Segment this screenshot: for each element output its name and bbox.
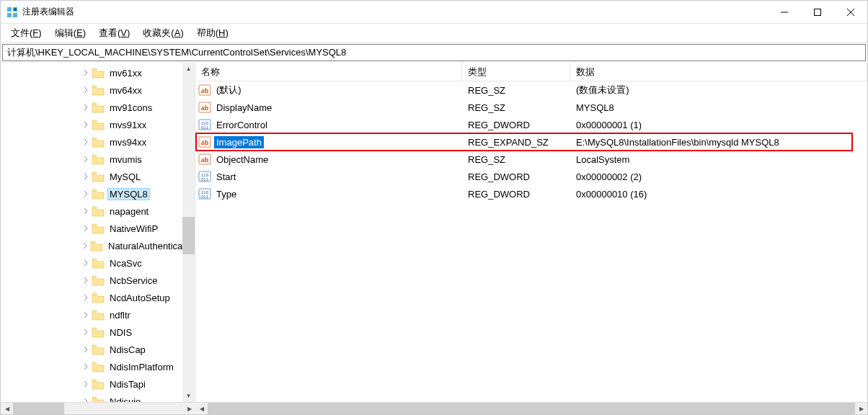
svg-text:011: 011 [201,177,209,182]
folder-icon [92,102,105,113]
expander-icon[interactable] [81,207,90,215]
value-name: Start [214,171,238,183]
expander-icon[interactable] [81,397,90,402]
tree-item[interactable]: NdisTapi [1,375,195,393]
scroll-track[interactable] [208,403,855,414]
app-icon [6,6,18,18]
scroll-left-icon[interactable]: ◀ [195,403,208,415]
svg-text:ab: ab [201,87,209,94]
tree-item-label: NdisTapi [107,378,148,391]
registry-value-row[interactable]: 110011TypeREG_DWORD0x00000010 (16) [195,185,867,202]
expander-icon[interactable] [81,328,90,336]
tree-item[interactable]: NcbService [1,272,195,289]
expander-icon[interactable] [81,86,90,94]
address-bar[interactable]: 计算机\HKEY_LOCAL_MACHINE\SYSTEM\CurrentCon… [2,44,866,61]
address-path: 计算机\HKEY_LOCAL_MACHINE\SYSTEM\CurrentCon… [7,46,346,59]
value-name: Type [214,188,239,200]
string-value-icon: ab [198,153,211,166]
tree-item[interactable]: NcaSvc [1,254,195,272]
column-header-data[interactable]: 数据 [570,63,867,81]
expander-icon[interactable] [81,103,90,112]
tree-item[interactable]: NdisCap [1,341,195,358]
scroll-up-icon[interactable]: ▲ [182,63,195,75]
minimize-button[interactable] [768,1,801,23]
column-header-name[interactable]: 名称 [195,63,462,81]
expander-icon[interactable] [81,224,90,233]
tree-item[interactable]: mvs91xx [1,116,195,133]
tree-item[interactable]: mvs94xx [1,133,195,151]
tree-item-label: MYSQL8 [107,188,150,200]
tree-item[interactable]: napagent [1,202,195,220]
registry-value-row[interactable]: abDisplayNameREG_SZMYSQL8 [195,99,867,116]
expander-icon[interactable] [81,345,90,354]
tree-item[interactable]: NaturalAuthentication [1,237,195,254]
registry-value-row[interactable]: ab(默认)REG_SZ(数值未设置) [195,81,867,99]
tree-item[interactable]: mv64xx [1,81,195,99]
expander-icon[interactable] [81,241,89,250]
svg-point-4 [14,8,17,11]
expander-icon[interactable] [81,276,90,285]
tree-item[interactable]: NativeWifiP [1,220,195,237]
scroll-track[interactable] [182,75,195,390]
scroll-track[interactable] [13,403,183,414]
expander-icon[interactable] [81,259,90,267]
expander-icon[interactable] [81,68,90,77]
scroll-thumb[interactable] [182,217,195,254]
registry-value-row[interactable]: abObjectNameREG_SZLocalSystem [195,151,867,168]
tree-item[interactable]: NcdAutoSetup [1,289,195,306]
menu-item-v[interactable]: 查看(V) [93,25,136,41]
registry-value-row[interactable]: 110011StartREG_DWORD0x00000002 (2) [195,168,867,185]
value-data: 0x00000002 (2) [570,171,867,182]
menu-item-a[interactable]: 收藏夹(A) [137,25,189,41]
scroll-right-icon[interactable]: ▶ [183,403,195,415]
value-data: LocalSystem [570,154,867,165]
menu-item-e[interactable]: 编辑(E) [49,25,92,41]
expander-icon[interactable] [81,172,90,181]
expander-icon[interactable] [81,362,90,371]
scroll-thumb[interactable] [208,403,855,414]
window-title: 注册表编辑器 [22,6,768,18]
svg-text:ab: ab [201,104,209,112]
tree-horizontal-scrollbar[interactable]: ◀ ▶ [1,402,195,414]
column-header-type[interactable]: 类型 [462,63,570,81]
list-horizontal-scrollbar[interactable]: ◀ ▶ [195,402,867,414]
scroll-right-icon[interactable]: ▶ [855,403,867,415]
menu-item-h[interactable]: 帮助(H) [191,25,234,41]
tree-vertical-scrollbar[interactable]: ▲ ▼ [182,63,195,402]
tree-item-label: NDIS [107,326,134,339]
maximize-button[interactable] [801,1,834,23]
expander-icon[interactable] [81,189,90,198]
tree-item-label: NcdAutoSetup [107,292,172,304]
tree-item[interactable]: mv61xx [1,64,195,81]
scroll-down-icon[interactable]: ▼ [182,390,195,402]
expander-icon[interactable] [81,155,90,164]
expander-icon[interactable] [81,380,90,388]
tree-item[interactable]: Ndisuio [1,393,195,402]
tree-item[interactable]: NdisImPlatform [1,358,195,375]
tree-item[interactable]: mvumis [1,151,195,168]
expander-icon[interactable] [81,311,90,319]
tree-item-label: mv64xx [107,84,144,97]
scroll-thumb[interactable] [13,403,64,414]
registry-value-row[interactable]: abImagePathREG_EXPAND_SZE:\MySQL8\Instal… [195,133,867,151]
value-data: MYSQL8 [570,102,867,113]
tree-item[interactable]: NDIS [1,323,195,341]
value-name: ImagePath [214,136,264,148]
expander-icon[interactable] [81,138,90,146]
registry-value-row[interactable]: 110011ErrorControlREG_DWORD0x00000001 (1… [195,116,867,133]
folder-icon [92,310,105,321]
tree-item[interactable]: mv91cons [1,99,195,116]
svg-text:011: 011 [201,125,209,130]
scroll-left-icon[interactable]: ◀ [1,403,13,415]
folder-icon [90,241,103,251]
tree-item-label: NaturalAuthentication [106,240,195,252]
tree-item[interactable]: ndfltr [1,306,195,323]
expander-icon[interactable] [81,120,90,129]
string-value-icon: ab [198,101,211,114]
close-button[interactable] [834,1,867,23]
menu-item-f[interactable]: 文件(F) [5,25,48,41]
tree-item[interactable]: MySQL [1,168,195,185]
expander-icon[interactable] [81,293,90,302]
folder-icon [92,154,105,165]
tree-item[interactable]: MYSQL8 [1,185,195,202]
